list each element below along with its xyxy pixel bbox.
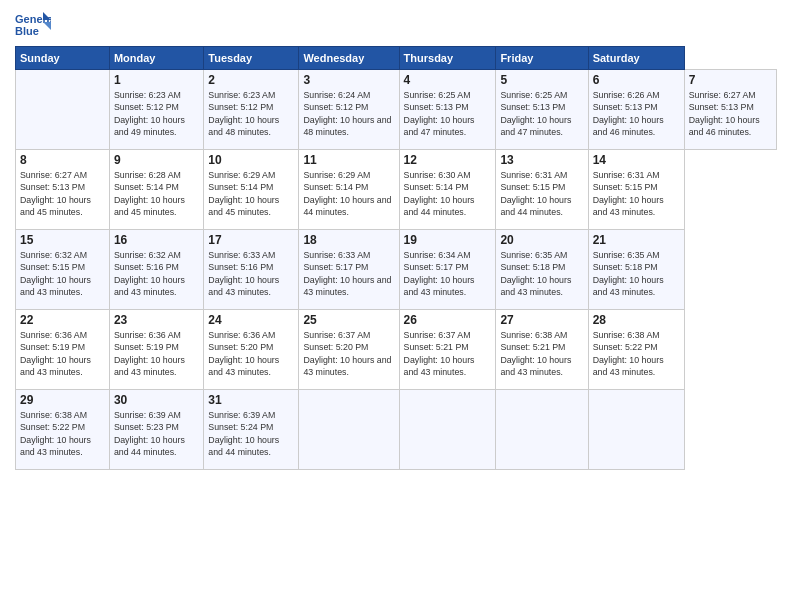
day-number: 2 — [208, 73, 294, 87]
calendar-week-row: 22Sunrise: 6:36 AMSunset: 5:19 PMDayligh… — [16, 310, 777, 390]
calendar-cell: 1Sunrise: 6:23 AMSunset: 5:12 PMDaylight… — [109, 70, 203, 150]
day-number: 13 — [500, 153, 583, 167]
day-info: Sunrise: 6:39 AMSunset: 5:24 PMDaylight:… — [208, 409, 294, 458]
day-number: 12 — [404, 153, 492, 167]
calendar-cell: 30Sunrise: 6:39 AMSunset: 5:23 PMDayligh… — [109, 390, 203, 470]
calendar-header-wednesday: Wednesday — [299, 47, 399, 70]
calendar-cell — [588, 390, 684, 470]
calendar-cell: 28Sunrise: 6:38 AMSunset: 5:22 PMDayligh… — [588, 310, 684, 390]
calendar-cell: 26Sunrise: 6:37 AMSunset: 5:21 PMDayligh… — [399, 310, 496, 390]
calendar-cell: 24Sunrise: 6:36 AMSunset: 5:20 PMDayligh… — [204, 310, 299, 390]
day-info: Sunrise: 6:23 AMSunset: 5:12 PMDaylight:… — [114, 89, 199, 138]
svg-marker-3 — [43, 22, 51, 30]
day-info: Sunrise: 6:33 AMSunset: 5:17 PMDaylight:… — [303, 249, 394, 298]
day-info: Sunrise: 6:36 AMSunset: 5:20 PMDaylight:… — [208, 329, 294, 378]
day-info: Sunrise: 6:26 AMSunset: 5:13 PMDaylight:… — [593, 89, 680, 138]
calendar-cell: 16Sunrise: 6:32 AMSunset: 5:16 PMDayligh… — [109, 230, 203, 310]
day-info: Sunrise: 6:31 AMSunset: 5:15 PMDaylight:… — [593, 169, 680, 218]
calendar-cell: 27Sunrise: 6:38 AMSunset: 5:21 PMDayligh… — [496, 310, 588, 390]
calendar-cell: 3Sunrise: 6:24 AMSunset: 5:12 PMDaylight… — [299, 70, 399, 150]
svg-text:Blue: Blue — [15, 25, 39, 37]
calendar-cell: 25Sunrise: 6:37 AMSunset: 5:20 PMDayligh… — [299, 310, 399, 390]
day-info: Sunrise: 6:29 AMSunset: 5:14 PMDaylight:… — [303, 169, 394, 218]
calendar-cell: 5Sunrise: 6:25 AMSunset: 5:13 PMDaylight… — [496, 70, 588, 150]
calendar-cell — [299, 390, 399, 470]
day-info: Sunrise: 6:23 AMSunset: 5:12 PMDaylight:… — [208, 89, 294, 138]
day-info: Sunrise: 6:35 AMSunset: 5:18 PMDaylight:… — [593, 249, 680, 298]
calendar-cell: 2Sunrise: 6:23 AMSunset: 5:12 PMDaylight… — [204, 70, 299, 150]
day-info: Sunrise: 6:37 AMSunset: 5:21 PMDaylight:… — [404, 329, 492, 378]
calendar-cell: 31Sunrise: 6:39 AMSunset: 5:24 PMDayligh… — [204, 390, 299, 470]
calendar-header-thursday: Thursday — [399, 47, 496, 70]
calendar-cell: 21Sunrise: 6:35 AMSunset: 5:18 PMDayligh… — [588, 230, 684, 310]
day-number: 4 — [404, 73, 492, 87]
calendar-week-row: 8Sunrise: 6:27 AMSunset: 5:13 PMDaylight… — [16, 150, 777, 230]
day-number: 7 — [689, 73, 772, 87]
calendar-header-tuesday: Tuesday — [204, 47, 299, 70]
day-number: 28 — [593, 313, 680, 327]
day-number: 21 — [593, 233, 680, 247]
day-number: 23 — [114, 313, 199, 327]
calendar-week-row: 15Sunrise: 6:32 AMSunset: 5:15 PMDayligh… — [16, 230, 777, 310]
day-number: 30 — [114, 393, 199, 407]
day-info: Sunrise: 6:36 AMSunset: 5:19 PMDaylight:… — [114, 329, 199, 378]
day-info: Sunrise: 6:32 AMSunset: 5:15 PMDaylight:… — [20, 249, 105, 298]
day-info: Sunrise: 6:38 AMSunset: 5:21 PMDaylight:… — [500, 329, 583, 378]
day-info: Sunrise: 6:38 AMSunset: 5:22 PMDaylight:… — [593, 329, 680, 378]
day-number: 31 — [208, 393, 294, 407]
day-info: Sunrise: 6:37 AMSunset: 5:20 PMDaylight:… — [303, 329, 394, 378]
calendar-cell: 13Sunrise: 6:31 AMSunset: 5:15 PMDayligh… — [496, 150, 588, 230]
day-number: 10 — [208, 153, 294, 167]
day-info: Sunrise: 6:30 AMSunset: 5:14 PMDaylight:… — [404, 169, 492, 218]
day-number: 26 — [404, 313, 492, 327]
day-info: Sunrise: 6:33 AMSunset: 5:16 PMDaylight:… — [208, 249, 294, 298]
calendar-cell: 14Sunrise: 6:31 AMSunset: 5:15 PMDayligh… — [588, 150, 684, 230]
day-number: 8 — [20, 153, 105, 167]
day-number: 6 — [593, 73, 680, 87]
day-info: Sunrise: 6:29 AMSunset: 5:14 PMDaylight:… — [208, 169, 294, 218]
header: General Blue — [15, 10, 777, 40]
day-number: 18 — [303, 233, 394, 247]
page-container: General Blue SundayMondayTuesdayWednesda… — [0, 0, 792, 480]
day-info: Sunrise: 6:27 AMSunset: 5:13 PMDaylight:… — [20, 169, 105, 218]
calendar-cell: 29Sunrise: 6:38 AMSunset: 5:22 PMDayligh… — [16, 390, 110, 470]
calendar-table: SundayMondayTuesdayWednesdayThursdayFrid… — [15, 46, 777, 470]
calendar-cell: 10Sunrise: 6:29 AMSunset: 5:14 PMDayligh… — [204, 150, 299, 230]
calendar-header-sunday: Sunday — [16, 47, 110, 70]
logo-icon: General Blue — [15, 10, 51, 40]
calendar-cell: 9Sunrise: 6:28 AMSunset: 5:14 PMDaylight… — [109, 150, 203, 230]
day-number: 9 — [114, 153, 199, 167]
day-info: Sunrise: 6:39 AMSunset: 5:23 PMDaylight:… — [114, 409, 199, 458]
day-info: Sunrise: 6:25 AMSunset: 5:13 PMDaylight:… — [404, 89, 492, 138]
day-number: 27 — [500, 313, 583, 327]
day-number: 14 — [593, 153, 680, 167]
calendar-cell: 12Sunrise: 6:30 AMSunset: 5:14 PMDayligh… — [399, 150, 496, 230]
calendar-cell: 18Sunrise: 6:33 AMSunset: 5:17 PMDayligh… — [299, 230, 399, 310]
day-number: 19 — [404, 233, 492, 247]
day-info: Sunrise: 6:27 AMSunset: 5:13 PMDaylight:… — [689, 89, 772, 138]
calendar-week-row: 29Sunrise: 6:38 AMSunset: 5:22 PMDayligh… — [16, 390, 777, 470]
day-number: 15 — [20, 233, 105, 247]
calendar-cell: 22Sunrise: 6:36 AMSunset: 5:19 PMDayligh… — [16, 310, 110, 390]
day-number: 20 — [500, 233, 583, 247]
calendar-header-friday: Friday — [496, 47, 588, 70]
day-info: Sunrise: 6:24 AMSunset: 5:12 PMDaylight:… — [303, 89, 394, 138]
day-info: Sunrise: 6:32 AMSunset: 5:16 PMDaylight:… — [114, 249, 199, 298]
calendar-cell: 23Sunrise: 6:36 AMSunset: 5:19 PMDayligh… — [109, 310, 203, 390]
day-number: 17 — [208, 233, 294, 247]
calendar-cell — [496, 390, 588, 470]
calendar-cell — [16, 70, 110, 150]
day-info: Sunrise: 6:38 AMSunset: 5:22 PMDaylight:… — [20, 409, 105, 458]
calendar-cell: 4Sunrise: 6:25 AMSunset: 5:13 PMDaylight… — [399, 70, 496, 150]
day-number: 29 — [20, 393, 105, 407]
day-info: Sunrise: 6:25 AMSunset: 5:13 PMDaylight:… — [500, 89, 583, 138]
calendar-cell: 11Sunrise: 6:29 AMSunset: 5:14 PMDayligh… — [299, 150, 399, 230]
logo: General Blue — [15, 10, 51, 40]
day-number: 25 — [303, 313, 394, 327]
day-number: 16 — [114, 233, 199, 247]
calendar-cell: 15Sunrise: 6:32 AMSunset: 5:15 PMDayligh… — [16, 230, 110, 310]
calendar-week-row: 1Sunrise: 6:23 AMSunset: 5:12 PMDaylight… — [16, 70, 777, 150]
day-info: Sunrise: 6:34 AMSunset: 5:17 PMDaylight:… — [404, 249, 492, 298]
day-number: 24 — [208, 313, 294, 327]
calendar-cell: 6Sunrise: 6:26 AMSunset: 5:13 PMDaylight… — [588, 70, 684, 150]
